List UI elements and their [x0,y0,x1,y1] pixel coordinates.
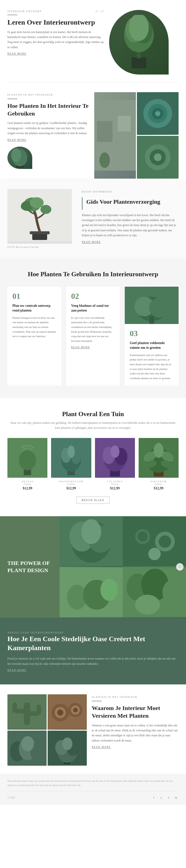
footer: Elke stijlvolle plank zorgt voor goede s… [0,774,186,805]
section-interieur-ontwerp: INTERIEUR ONTWERP 01 / 05 Leren Over Int… [0,0,186,82]
asplenum-svg [139,438,179,478]
photo4-svg [123,567,186,618]
accent-bar [82,197,83,210]
instagram-icon[interactable]: o [166,795,171,800]
image-grid2 [7,694,87,764]
plant1-price: $12,99 [7,487,47,490]
asplenum-image [139,438,179,478]
svg-point-72 [101,579,118,601]
footer-bottom: © 2024 f y o in [7,791,179,800]
step-3: 03 Geef planten voldoende ruimte om te g… [125,324,179,385]
small-plant-icon [7,147,32,169]
plants-grid: ANANAS Potplant $12,99 SPATHIPHYLLUM Pot… [7,438,179,490]
svg-point-37 [19,451,36,470]
section8-label: PLANTEN IN HET INTERIEUR [92,695,137,698]
section1-read-more[interactable]: READ MORE [7,52,27,55]
photo-1 [60,516,123,567]
section-plant-tuin: Plant Overal Een Tuin Waar we ook zijn, … [0,398,186,516]
plant2-price: $12,99 [51,487,91,490]
cactus-image [7,694,47,730]
section3-body: Planten zijn echt een bijzonder verschij… [82,213,179,238]
linkedin-icon[interactable]: in [174,795,179,800]
mixed-plants-image [7,731,47,766]
svg-point-12 [100,152,110,168]
section4-title: Hoe Planten Te Gebruiken In Interieuront… [7,271,179,278]
plant3-price: $12,99 [95,487,135,490]
section2-title: Hoe Planten In Het Interieur Te Gebruike… [7,102,89,118]
svg-rect-11 [118,116,131,131]
section-waarom: PLANTEN IN HET INTERIEUR Waarom Je Inter… [0,684,186,774]
section8-title: Waarom Je Interieur Moet Versieren Met P… [92,704,179,720]
mixed-svg [7,731,47,766]
photo-4 [123,567,186,618]
section1-image [109,10,179,74]
svg-point-62 [81,519,101,544]
svg-point-68 [148,548,161,560]
step3-body: Kamerplanten zijn uw tijdloos een plekje… [130,353,174,380]
svg-point-29 [21,203,30,210]
svg-rect-10 [97,121,113,142]
section1-title: Leren Over Interieurontwerp [7,18,104,27]
step3-num: 03 [130,329,174,338]
plant1-name: ANANAS [7,480,47,483]
step2-num: 02 [71,292,115,301]
svg-point-21 [154,153,161,161]
succulents2-svg [48,694,87,730]
section3-label: BASIS INFORMATIE [82,190,112,193]
step2-body: Er zijn voor veel verschillende material… [71,315,115,343]
section6-left-panel: THE POWER OF PLANT DESIGN [0,516,60,618]
section8-read-more[interactable]: READ MORE [92,746,111,748]
next-arrow[interactable]: › [176,563,184,570]
svg-point-65 [138,532,148,541]
section-planten-interieur: PLANTEN IN HET INTERIEUR Hoe Planten In … [0,82,186,179]
section6-photo-grid: › [60,516,186,618]
section2-images [94,92,179,169]
svg-point-67 [159,535,171,548]
step2-title: Voeg bladmos of zand toe aan potten [71,303,115,313]
ananas-svg [7,438,47,478]
page-counter: 01 / 05 [96,10,104,13]
step2-read-more[interactable]: READ MORE [71,346,90,349]
room-image [94,92,136,179]
youtube-icon[interactable]: y [159,795,164,800]
succulent-image-1 [137,92,179,135]
section7-read-more[interactable]: READ MORE [7,669,27,672]
ananas-image [7,438,47,478]
svg-point-8 [11,148,21,162]
section7-body: Fossil je interieur als u wil vaak ook e… [7,656,179,666]
plant1-latin: Potplant [7,483,47,485]
photo2-svg [123,516,186,567]
image-grid [94,92,179,162]
succulent-svg-1 [137,92,179,135]
svg-point-28 [40,205,51,214]
succulents2-image [48,694,87,730]
svg-point-88 [57,710,63,715]
svg-point-43 [68,445,75,458]
cactus-svg [7,694,47,730]
photo-3 [60,567,123,618]
steps-grid: 01 Plan uw centrale ontwerp rond planten… [7,287,179,385]
svg-point-27 [30,197,44,208]
plant2-name: SPATHIPHYLLUM [51,480,91,483]
section2-label: PLANTEN IN HET INTERIEUR [7,93,53,96]
plant4-name: ASPLENUM [139,480,179,483]
bekijk-button[interactable]: BEKIJK ALLES [76,497,110,504]
plant-card-4: ASPLENUM Potplant $12,99 [139,438,179,490]
step-1: 01 Plan uw centrale ontwerp rond planten… [7,287,61,385]
section2-read-more[interactable]: READ MORE [7,138,27,142]
calathea-image [95,438,135,478]
section5-subtitle: Waar we ook zijn, planten maken ons gelu… [7,420,179,431]
svg-point-78 [135,595,160,615]
single-svg [48,731,87,766]
step3-title: Geef planten voldoende ruimte om te groe… [130,341,174,350]
photo3-svg [60,567,123,618]
facebook-icon[interactable]: f [151,795,156,800]
svg-point-49 [110,445,119,458]
svg-point-77 [162,580,182,605]
step1-title: Plan uw centrale ontwerp rond planten [12,303,56,313]
section3-read-more[interactable]: READ MORE [82,241,101,244]
plant4-latin: Potplant [139,483,179,485]
step3-plant-svg [125,287,179,324]
svg-point-17 [155,111,160,116]
section1-label: INTERIEUR ONTWERP [7,10,42,13]
